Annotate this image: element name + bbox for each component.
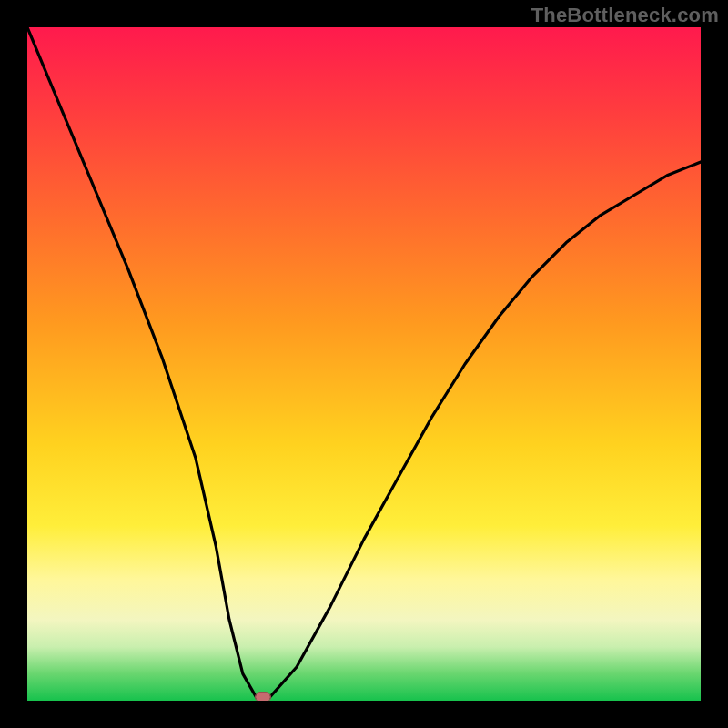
plot-area xyxy=(27,27,701,701)
chart-stage: TheBottleneck.com xyxy=(0,0,728,728)
bottleneck-curve xyxy=(27,27,701,701)
curve-minimum-marker xyxy=(256,693,270,701)
watermark-text: TheBottleneck.com xyxy=(531,4,719,27)
